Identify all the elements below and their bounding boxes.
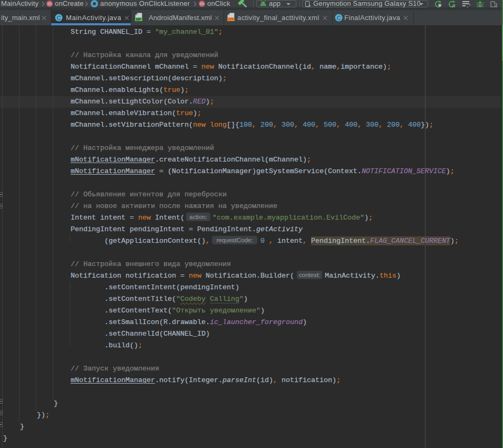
svg-text:MF: MF [136,17,141,21]
svg-text:C: C [57,15,61,21]
svg-text:m: m [200,1,204,6]
svg-text:m: m [47,1,52,6]
svg-text:C: C [337,15,341,21]
svg-text:</>: </> [228,17,234,21]
